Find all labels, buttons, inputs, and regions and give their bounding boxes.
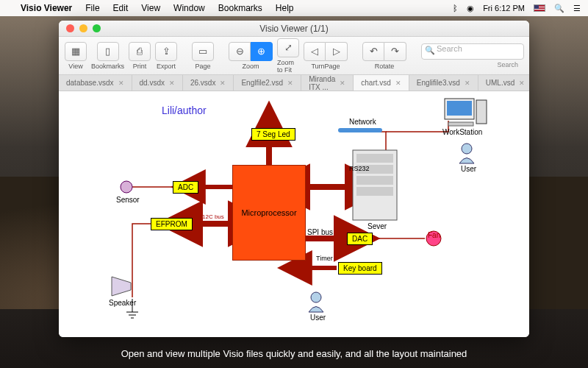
wifi-icon[interactable]: ◉	[467, 4, 474, 13]
label-fan: Fan	[428, 231, 440, 239]
label-workstation: WorkStation	[442, 128, 482, 136]
svg-point-28	[311, 292, 321, 302]
export-button[interactable]: ⇪	[155, 42, 177, 61]
svg-marker-16	[112, 277, 131, 296]
print-button[interactable]: ⎙	[129, 42, 151, 61]
window-title: Visio Viewer (1/1)	[59, 24, 529, 34]
close-icon[interactable]: ✕	[519, 79, 525, 87]
close-icon[interactable]: ✕	[169, 79, 175, 87]
tab-database[interactable]: database.vsdx✕	[59, 75, 132, 91]
block-keyboard: Key board	[338, 262, 382, 275]
block-efprom: EFPROM	[151, 218, 193, 230]
menubar-app[interactable]: Visio Viewer	[21, 3, 72, 13]
tab-chart[interactable]: chart.vsd✕	[354, 75, 409, 91]
zoom-out-button[interactable]: ⊖	[229, 42, 251, 61]
tab-uml[interactable]: UML.vsd✕	[478, 75, 529, 91]
zoom-fit-button[interactable]: ⤢	[277, 38, 299, 57]
window-titlebar[interactable]: Visio Viewer (1/1)	[59, 21, 529, 37]
tab-englifile3[interactable]: Englifile3.vsd✕	[409, 75, 478, 91]
close-icon[interactable]: ✕	[465, 79, 470, 87]
toolbar: ▦View ▯Bookmarks ⎙Print ⇪Export ▭Page ⊖⊕…	[59, 37, 529, 75]
microprocessor-block: Microprocessor	[232, 165, 306, 261]
mac-menubar: Visio Viewer File Edit View Window Bookm…	[0, 0, 588, 16]
close-icon[interactable]: ✕	[340, 79, 345, 87]
svg-rect-25	[476, 100, 487, 124]
close-icon[interactable]: ✕	[287, 79, 293, 87]
svg-rect-24	[447, 101, 472, 116]
bookmarks-button[interactable]: ▯	[97, 42, 119, 61]
tab-miranda[interactable]: Miranda ITX ...✕	[301, 75, 354, 91]
label-user2: User	[461, 165, 476, 173]
svg-rect-19	[356, 154, 393, 163]
label-spi: SPI bus	[307, 228, 333, 236]
label-12c: 12C bus	[202, 213, 224, 220]
label-network: Network	[349, 118, 376, 126]
label-rs232: RS232	[349, 165, 370, 172]
block-adc: ADC	[173, 181, 198, 194]
label-sensor: Sensor	[116, 196, 140, 204]
rotate-right-button[interactable]: ↷	[384, 42, 406, 61]
svg-point-29	[462, 144, 472, 154]
block-dac: DAC	[347, 233, 373, 245]
label-timer: Timer	[316, 255, 333, 262]
menu-edit[interactable]: Edit	[113, 3, 129, 13]
diagram-author: Lili/author	[162, 105, 207, 116]
diagram-canvas[interactable]: Lili/author Microprocessor 7 Seg Led ADC…	[59, 91, 529, 337]
tab-dd[interactable]: dd.vsdx✕	[132, 75, 183, 91]
page-button[interactable]: ▭	[192, 42, 214, 61]
view-button[interactable]: ▦	[65, 42, 87, 61]
label-speaker: Speaker	[109, 299, 136, 307]
svg-rect-23	[445, 99, 474, 119]
tab-26[interactable]: 26.vsdx✕	[183, 75, 234, 91]
svg-rect-21	[356, 176, 393, 185]
search-input[interactable]: Search	[421, 43, 524, 60]
input-source-icon[interactable]	[534, 4, 545, 12]
zoom-in-button[interactable]: ⊕	[251, 42, 273, 61]
caption: Open and view multiple Visio files quick…	[0, 348, 588, 359]
spotlight-icon[interactable]: 🔍	[554, 4, 564, 13]
menu-bookmarks[interactable]: Bookmarks	[218, 3, 262, 13]
menubar-clock[interactable]: Fri 6:12 PM	[483, 4, 525, 13]
label-user: User	[310, 314, 326, 322]
rotate-left-button[interactable]: ↶	[362, 42, 384, 61]
menu-window[interactable]: Window	[173, 3, 205, 13]
svg-rect-27	[338, 128, 382, 132]
label-sever: Sever	[368, 222, 387, 230]
menu-view[interactable]: View	[141, 3, 160, 13]
notification-center-icon[interactable]: ☰	[573, 4, 581, 13]
prev-page-button[interactable]: ◁	[304, 42, 326, 61]
svg-rect-26	[448, 122, 473, 126]
close-icon[interactable]: ✕	[118, 79, 124, 87]
app-window: Visio Viewer (1/1) ▦View ▯Bookmarks ⎙Pri…	[59, 21, 529, 337]
tabbar: database.vsdx✕ dd.vsdx✕ 26.vsdx✕ Englfil…	[59, 75, 529, 91]
close-icon[interactable]: ✕	[395, 79, 401, 87]
close-icon[interactable]: ✕	[220, 79, 226, 87]
tab-englfile2[interactable]: Englfile2.vsd✕	[234, 75, 301, 91]
svg-point-15	[121, 181, 132, 193]
block-7seg: 7 Seg Led	[251, 128, 295, 141]
menu-help[interactable]: Help	[276, 3, 294, 13]
next-page-button[interactable]: ▷	[326, 42, 348, 61]
svg-rect-22	[356, 187, 393, 196]
svg-rect-18	[353, 150, 397, 220]
menu-file[interactable]: File	[85, 3, 99, 13]
bluetooth-icon[interactable]: ᛒ	[453, 4, 458, 13]
